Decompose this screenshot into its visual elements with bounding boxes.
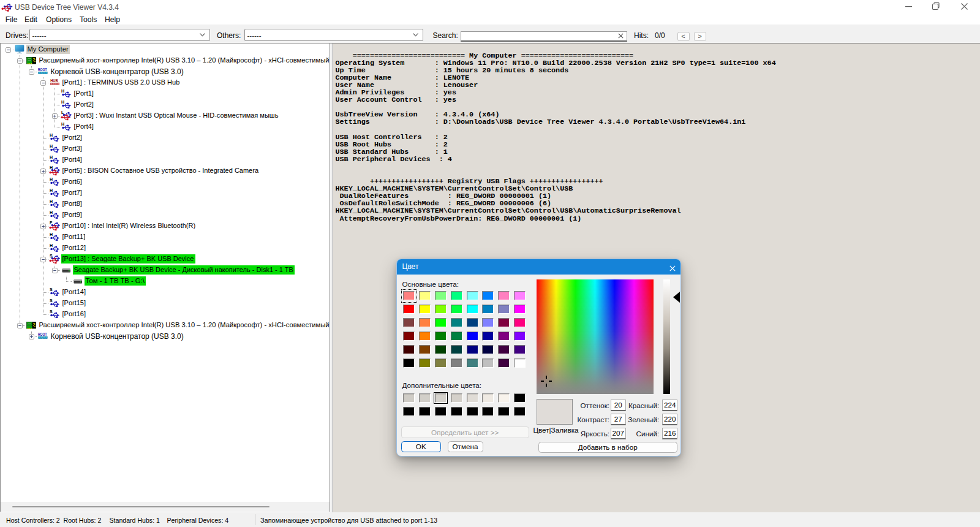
svg-text:F: F xyxy=(50,221,53,225)
svg-text:H: H xyxy=(50,154,53,159)
svg-text:S: S xyxy=(50,309,53,313)
svg-text:H: H xyxy=(50,176,53,181)
svg-text:H: H xyxy=(50,199,53,203)
svg-text:H: H xyxy=(50,243,53,247)
svg-text:H: H xyxy=(50,188,53,192)
svg-text:S: S xyxy=(50,254,53,258)
svg-text:H: H xyxy=(50,132,53,137)
svg-text:S: S xyxy=(50,287,53,291)
svg-text:HUB: HUB xyxy=(50,78,58,82)
svg-text:L: L xyxy=(61,110,64,115)
svg-text:H: H xyxy=(50,165,53,170)
svg-text:S: S xyxy=(50,298,53,302)
svg-text:H: H xyxy=(61,121,64,126)
svg-text:H: H xyxy=(50,232,53,236)
svg-text:H: H xyxy=(61,99,64,104)
svg-text:H: H xyxy=(50,143,53,148)
svg-text:H: H xyxy=(61,88,64,93)
svg-text:ROOT: ROOT xyxy=(38,332,47,336)
svg-text:H: H xyxy=(50,210,53,214)
svg-text:ROOT: ROOT xyxy=(38,67,47,71)
